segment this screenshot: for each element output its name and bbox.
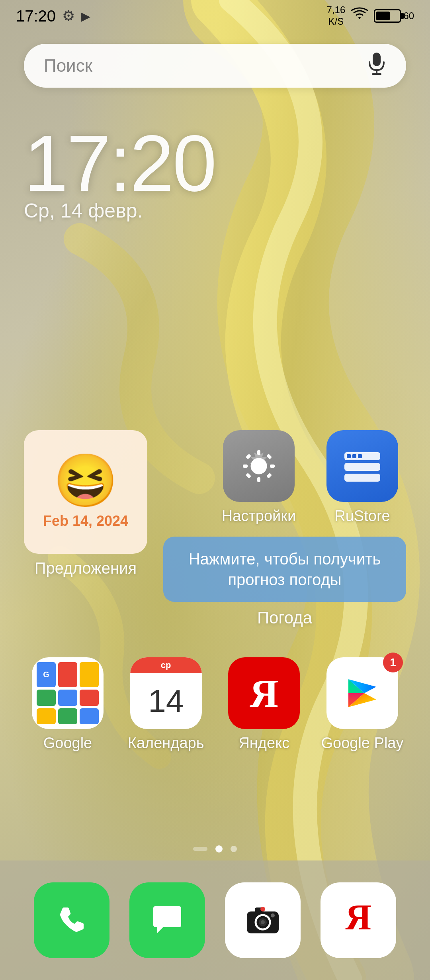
calendar-label: Календарь [128,735,204,752]
svg-rect-0 [373,53,381,66]
search-bar[interactable]: Поиск [24,44,406,88]
status-time: 17:20 [16,7,56,25]
calendar-date: 14 [148,683,184,719]
svg-rect-6 [257,450,260,455]
google-icon: G [32,657,104,729]
svg-point-26 [260,907,265,911]
status-right: 7,16 K/S 60 [327,4,414,27]
svg-rect-9 [270,465,275,468]
dock-phone[interactable] [34,882,109,958]
weather-column: Настройки RuStore [163,430,406,627]
indicator-2[interactable] [231,846,237,852]
clock-widget: 17:20 Ср, 14 февр. [24,123,215,222]
mic-icon[interactable] [367,52,386,80]
emoji-widget[interactable]: 😆 Feb 14, 2024 [24,430,147,554]
calendar-icon: ср 14 [130,657,202,729]
emoji-widget-label: Предложения [35,559,137,577]
yandex-app[interactable]: Я Яндекс [220,657,308,752]
google-app[interactable]: G Google [24,657,111,752]
settings-label: Настройки [222,508,296,525]
phone-icon [34,882,109,958]
googleplay-badge: 1 [383,653,403,672]
svg-point-25 [271,913,275,917]
messages-icon [129,882,205,958]
dock-camera[interactable] [225,882,301,958]
dock-messages[interactable] [129,882,205,958]
yandex-label: Яндекс [238,735,289,752]
weather-bubble-text: Нажмите, чтобы получить прогноз погоды [189,550,381,588]
svg-text:Я: Я [346,898,371,937]
googleplay-label: Google Play [321,735,403,752]
calendar-app[interactable]: ср 14 Календарь [122,657,210,752]
apps-row-2: G Google ср 14 Календарь [24,657,406,752]
dock-yandex-browser[interactable]: Я [321,882,396,958]
dock: Я [0,860,430,980]
status-bar: 17:20 ⚙ ▶ 7,16 K/S 60 [0,0,430,32]
googleplay-icon: 1 [326,657,398,729]
svg-rect-19 [358,454,362,458]
svg-rect-17 [347,454,351,458]
svg-rect-15 [344,463,380,471]
svg-rect-16 [344,474,380,482]
indicator-0[interactable] [193,847,207,851]
rustore-label: RuStore [334,508,390,525]
rustore-icon [326,430,398,502]
svg-rect-18 [352,454,356,458]
weather-label: Погода [257,608,312,627]
emoji-date: Feb 14, 2024 [43,513,128,529]
svg-point-23 [261,920,265,924]
play-status-icon: ▶ [81,9,90,23]
rustore-app[interactable]: RuStore [319,430,406,525]
svg-rect-12 [246,473,251,478]
widget-row: 😆 Feb 14, 2024 Предложения [24,430,406,627]
status-left: 17:20 ⚙ ▶ [16,7,90,25]
camera-icon [225,882,301,958]
yandex-browser-icon: Я [321,882,396,958]
svg-rect-11 [266,473,272,478]
emoji-face: 😆 [53,455,118,506]
battery: 60 [374,9,414,23]
google-label: Google [43,735,92,752]
svg-point-5 [256,463,262,469]
page-indicators [0,845,430,853]
settings-status-icon: ⚙ [62,8,75,24]
clock-time: 17:20 [24,123,215,203]
googleplay-app[interactable]: 1 [319,657,406,752]
settings-app[interactable]: Настройки [215,430,303,525]
wifi-icon [350,7,369,25]
svg-rect-7 [257,477,260,482]
network-speed: 7,16 K/S [327,4,346,27]
yandex-icon: Я [228,657,300,729]
weather-bubble[interactable]: Нажмите, чтобы получить прогноз погоды [163,537,406,602]
svg-rect-8 [243,465,248,468]
search-placeholder: Поиск [44,56,92,76]
battery-text: 60 [403,10,414,22]
svg-rect-10 [246,454,251,459]
settings-icon [223,430,295,502]
svg-rect-13 [266,454,272,459]
indicator-1[interactable] [215,845,223,853]
